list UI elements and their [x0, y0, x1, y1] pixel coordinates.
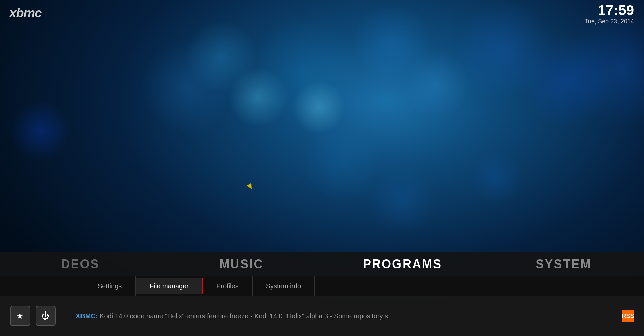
- app-logo: xbmc: [9, 6, 41, 20]
- nav-item-videos[interactable]: DEOS: [0, 252, 161, 276]
- bottom-icons: ★ ⏻: [10, 306, 56, 326]
- sub-nav: Settings File manager Profiles System in…: [0, 276, 644, 296]
- header: 17:59 Tue, Sep 23, 2014: [575, 0, 644, 29]
- sub-item-system-info[interactable]: System info: [253, 276, 315, 296]
- nav-item-system[interactable]: SYSTEM: [483, 252, 644, 276]
- bokeh-13: [369, 168, 436, 235]
- ticker-brand: XBMC:: [76, 312, 98, 320]
- bokeh-11: [10, 101, 70, 161]
- sub-item-settings[interactable]: Settings: [84, 276, 136, 296]
- nav-item-programs[interactable]: PROGRAMS: [322, 252, 483, 276]
- favorites-button[interactable]: ★: [10, 306, 30, 326]
- nav-item-music[interactable]: MUSIC: [161, 252, 322, 276]
- clock-display: 17:59: [585, 3, 634, 17]
- sub-item-profiles[interactable]: Profiles: [203, 276, 253, 296]
- sub-item-file-manager[interactable]: File manager: [136, 278, 203, 294]
- bokeh-12: [302, 121, 382, 201]
- power-button[interactable]: ⏻: [36, 306, 56, 326]
- date-display: Tue, Sep 23, 2014: [585, 18, 634, 25]
- navigation-bar: DEOS MUSIC PROGRAMS SYSTEM Settings File…: [0, 252, 644, 296]
- news-ticker: XBMC: Kodi 14.0 code name "Helix" enters…: [56, 312, 619, 320]
- rss-icon: RSS: [622, 310, 634, 322]
- bokeh-14: [470, 151, 523, 205]
- main-nav: DEOS MUSIC PROGRAMS SYSTEM: [0, 252, 644, 276]
- bottom-bar: ★ ⏻ XBMC: Kodi 14.0 code name "Helix" en…: [0, 296, 644, 336]
- ticker-text: Kodi 14.0 code name "Helix" enters featu…: [100, 312, 388, 320]
